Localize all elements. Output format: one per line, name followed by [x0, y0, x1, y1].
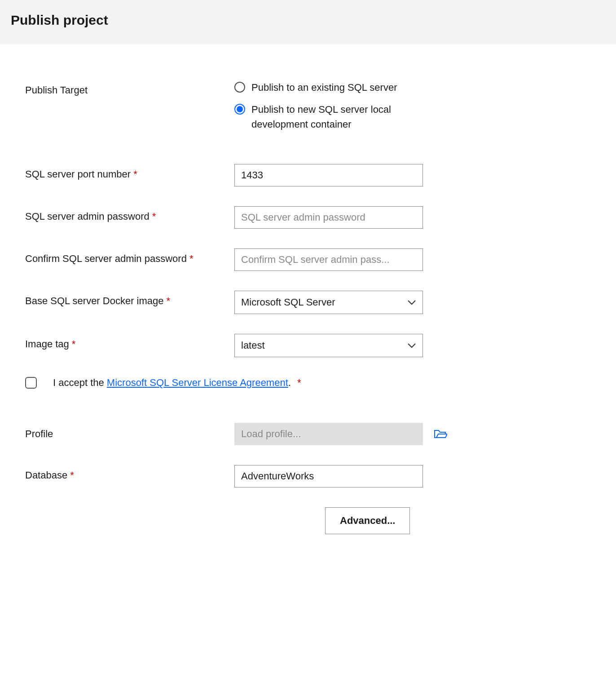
database-label-text: Database	[25, 470, 67, 481]
advanced-button[interactable]: Advanced...	[325, 507, 410, 534]
admin-password-label-text: SQL server admin password	[25, 211, 150, 222]
required-asterisk: *	[70, 470, 74, 481]
image-tag-select[interactable]: latest	[234, 334, 423, 357]
required-asterisk: *	[167, 295, 171, 306]
admin-password-row: SQL server admin password*	[25, 206, 591, 229]
dialog-content: Publish Target Publish to an existing SQ…	[0, 44, 616, 552]
required-asterisk: *	[152, 211, 156, 222]
radio-existing-server[interactable]: Publish to an existing SQL server	[234, 80, 423, 95]
port-row: SQL server port number*	[25, 164, 591, 186]
radio-new-local-label: Publish to new SQL server local developm…	[251, 102, 423, 132]
profile-input	[234, 423, 423, 445]
docker-image-row: Base SQL server Docker image* Microsoft …	[25, 291, 591, 314]
license-row: I accept the Microsoft SQL Server Licens…	[25, 377, 591, 389]
confirm-password-label-text: Confirm SQL server admin password	[25, 253, 187, 264]
admin-password-input[interactable]	[234, 206, 423, 229]
dialog-header: Publish project	[0, 0, 616, 44]
image-tag-value: latest	[241, 340, 265, 351]
dialog-title: Publish project	[11, 13, 605, 28]
docker-image-label: Base SQL server Docker image*	[25, 291, 234, 307]
database-row: Database*	[25, 465, 591, 487]
confirm-password-input[interactable]	[234, 248, 423, 271]
radio-circle-selected-icon	[234, 104, 245, 115]
port-label-text: SQL server port number	[25, 168, 131, 180]
port-label: SQL server port number*	[25, 164, 234, 180]
publish-target-row: Publish Target Publish to an existing SQ…	[25, 80, 591, 132]
required-asterisk: *	[133, 168, 137, 180]
license-link[interactable]: Microsoft SQL Server License Agreement	[107, 377, 288, 388]
radio-dot-icon	[237, 106, 243, 112]
docker-image-select[interactable]: Microsoft SQL Server	[234, 291, 423, 314]
profile-label: Profile	[25, 428, 234, 440]
button-row: Advanced...	[325, 507, 591, 534]
radio-new-local-container[interactable]: Publish to new SQL server local developm…	[234, 102, 423, 132]
profile-row: Profile	[25, 423, 591, 445]
publish-target-radios: Publish to an existing SQL server Publis…	[234, 80, 423, 132]
image-tag-label-text: Image tag	[25, 338, 69, 350]
required-asterisk: *	[297, 377, 301, 388]
license-prefix: I accept the	[53, 377, 107, 388]
admin-password-label: SQL server admin password*	[25, 206, 234, 222]
publish-target-label: Publish Target	[25, 80, 234, 96]
license-suffix: .	[288, 377, 291, 388]
docker-image-label-text: Base SQL server Docker image	[25, 295, 164, 306]
database-label: Database*	[25, 465, 234, 481]
docker-image-value: Microsoft SQL Server	[241, 297, 335, 308]
required-asterisk: *	[72, 338, 76, 350]
port-input[interactable]	[234, 164, 423, 186]
confirm-password-label: Confirm SQL server admin password*	[25, 248, 234, 265]
folder-open-icon[interactable]	[434, 429, 447, 439]
required-asterisk: *	[189, 253, 194, 264]
image-tag-row: Image tag* latest	[25, 334, 591, 357]
radio-existing-label: Publish to an existing SQL server	[251, 80, 397, 95]
image-tag-label: Image tag*	[25, 334, 234, 350]
confirm-password-row: Confirm SQL server admin password*	[25, 248, 591, 271]
license-checkbox[interactable]	[25, 377, 37, 389]
license-label: I accept the Microsoft SQL Server Licens…	[53, 377, 301, 389]
database-input[interactable]	[234, 465, 423, 487]
radio-circle-icon	[234, 82, 245, 93]
